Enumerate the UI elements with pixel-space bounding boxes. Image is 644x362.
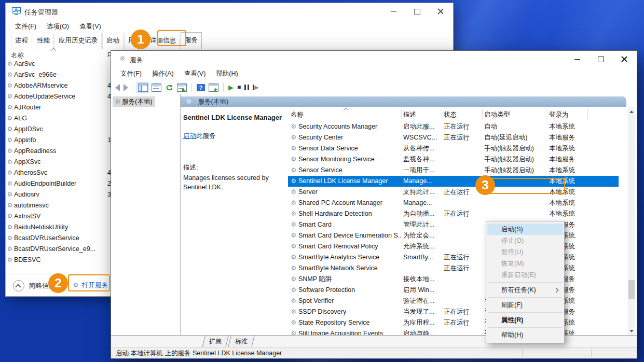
service-description: 管理此计... [403,219,443,230]
task-manager-tabstrip: 进程性能应用历史记录启动用户详细信息服务 [11,33,453,49]
column-header-状态[interactable]: 状态 [444,110,457,119]
scroll-up-icon[interactable] [628,107,635,115]
context-menu-item-帮助(H)[interactable]: 帮助(H) [487,329,563,341]
service-gear-icon: ⚙ [290,296,298,307]
collapse-details-button[interactable] [13,280,24,291]
service-name: BaiduNetdiskUtility [14,224,68,231]
back-icon[interactable] [115,84,120,91]
table-row[interactable]: ⚙Software Protection启用 Win...网络服务 [288,285,619,296]
service-gear-icon: ⚙ [6,157,14,168]
service-name: Security Center [298,132,402,143]
column-header-描述[interactable]: 描述 [403,110,416,119]
context-menu-item-所有任务(K)[interactable]: 所有任务(K) [487,284,563,296]
service-description: 允许系统... [403,241,443,252]
table-row[interactable]: ⚙Spot Verifier验证潜在...手动(触发器启动)本地系统 [288,296,619,307]
service-description: 支持此计... [403,187,443,198]
tm-menu-查看(V)[interactable]: 查看(V) [75,20,105,33]
table-row[interactable]: ⚙Server支持此计...正在运行本地系统 [288,187,619,198]
svc-menu-文件(F)[interactable]: 文件(F) [116,67,146,80]
table-row[interactable]: ⚙Security Accounts Manager启动此服...正在运行自动本… [288,121,619,132]
tree-item-services-local[interactable]: ⚙服务(本地) [113,96,155,107]
table-row[interactable]: ⚙Shell Hardware Detection为自动播...正在运行本地系统 [288,208,619,219]
stop-service-icon[interactable]: ■ [237,84,241,91]
forward-icon[interactable] [124,84,128,91]
service-action: 启动此服务 [183,132,287,141]
maximize-button[interactable] [589,51,612,67]
vertical-scrollbar[interactable] [628,107,635,335]
service-status: 正在运行 [444,121,470,132]
restart-service-icon[interactable]: ▶ [253,84,258,91]
service-name: Shared PC Account Manager [298,198,402,208]
svc-menu-查看(V)[interactable]: 查看(V) [180,67,210,80]
minimize-button[interactable] [566,51,589,67]
scroll-down-icon[interactable] [628,327,635,335]
table-row[interactable]: ⚙Smart Card管理此计...本地服务 [288,219,619,230]
tab-启动[interactable]: 启动 [102,33,124,49]
close-button[interactable] [612,51,636,67]
table-row[interactable]: ⚙State Repository Service为应用程...正在运行手动本地… [288,317,619,328]
services-titlebar: ⚙ 服务 [111,51,637,67]
service-name: SmartByte Analytics Service [298,252,402,263]
column-header-名称[interactable]: 名称 [291,110,304,119]
service-name: Smart Card [298,219,402,230]
services-main-area: ⚙服务(本地) ⚙ 服务(本地) Sentinel LDK License Ma… [111,94,637,335]
service-name: AppXSvc [14,158,40,165]
context-menu-item-属性(R)[interactable]: 属性(R) [487,314,563,326]
tab-进程[interactable]: 进程 [11,33,32,49]
tab-性能[interactable]: 性能 [33,33,54,49]
header-divider [547,109,547,119]
start-service-link[interactable]: 启动 [183,132,196,140]
service-gear-icon: ⚙ [6,211,14,222]
table-row[interactable]: ⚙Sensor Service一项用于...手动(触发器启动)本地系统 [288,165,619,176]
close-button[interactable] [429,3,452,20]
service-gear-icon: ⚙ [290,165,298,176]
table-row[interactable]: ⚙Sensor Data Service从各种传...手动(触发器启动)本地系统 [288,143,619,154]
extended-view-icon[interactable]: ▶ [209,83,218,92]
annotation-box-open-services [68,274,110,291]
services-menubar: 文件(F)操作(A)查看(V)帮助(H) [111,67,637,80]
service-logon-as: 本地系统 [549,165,575,176]
show-console-tree-icon[interactable] [138,83,148,92]
table-row[interactable]: ⚙Still Image Acquisition Events启动与静...手动… [288,328,619,335]
service-description: 当发现了... [403,307,443,317]
refresh-icon[interactable] [165,84,173,91]
table-row[interactable]: ⚙SmartByte Analytics ServiceSmartBy...正在… [288,252,619,263]
tm-menu-文件(F)[interactable]: 文件(F) [11,20,40,33]
tab-应用历史记录[interactable]: 应用历史记录 [54,33,102,49]
context-menu-item-刷新(F)[interactable]: 刷新(F) [487,299,563,311]
scrollbar-thumb[interactable] [628,280,635,299]
column-header-登录为[interactable]: 登录为 [549,110,569,119]
start-service-icon[interactable]: ▶ [228,84,234,91]
task-manager-titlebar: 任务管理器 [6,3,453,20]
table-row[interactable]: ⚙Smart Card Removal Policy允许系统...本地系统 [288,241,619,252]
properties-icon[interactable] [152,83,161,92]
minimize-button[interactable] [382,3,405,20]
service-name: BDESVC [14,256,40,263]
context-menu-item-启动(S)[interactable]: 启动(S) [487,224,563,235]
service-gear-icon: ⚙ [6,168,14,178]
maximize-button[interactable] [405,3,429,20]
help-icon[interactable]: ? [197,84,205,91]
svc-menu-帮助(H)[interactable]: 帮助(H) [212,67,242,80]
table-row[interactable]: ⚙SNMP 陷阱接收本地...本地服务 [288,274,619,285]
view-tab-扩展[interactable]: 扩展 [202,336,229,347]
table-row[interactable]: ⚙Shared PC Account ManagerManage...本地系统 [288,198,619,208]
table-row[interactable]: ⚙Smart Card Device Enumeration S...为给定会.… [288,230,619,241]
table-row[interactable]: ⚙Sentinel LDK License ManagerManage...本地… [288,176,619,187]
table-row[interactable]: ⚙Sensor Monitoring Service监视各种...手动(触发器启… [288,154,619,165]
table-row[interactable]: ⚙SSDP Discovery当发现了...正在运行手动本地服务 [288,307,619,317]
table-row[interactable]: ⚙Security CenterWSCSVC...正在运行自动(延迟启动)本地服… [288,132,619,143]
pause-service-icon[interactable] [244,85,249,90]
column-header-启动类型[interactable]: 启动类型 [484,110,510,119]
service-startup-type: 自动(延迟启动) [484,132,527,143]
service-description: 验证潜在... [403,296,443,307]
table-row[interactable]: ⚙SmartByte Network Service正在运行本地系统 [288,263,619,274]
tm-menu-选项(O)[interactable]: 选项(O) [43,20,73,33]
export-list-icon[interactable] [177,83,187,92]
service-startup-type: 手动(触发器启动) [484,143,534,154]
svc-menu-操作(A)[interactable]: 操作(A) [148,67,178,80]
service-name: SmartByte Network Service [298,263,402,274]
sort-ascending-icon [50,48,56,53]
view-tab-标准[interactable]: 标准 [228,336,255,347]
callout-1: 1 [131,30,150,49]
